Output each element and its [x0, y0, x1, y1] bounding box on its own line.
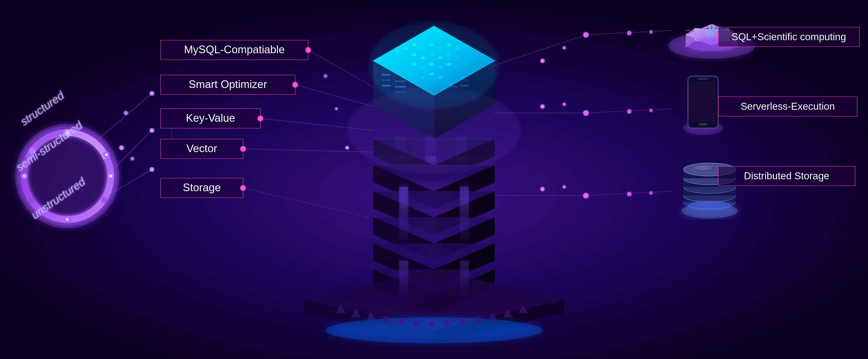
svg-rect-170	[705, 30, 707, 31]
svg-point-227	[563, 46, 566, 49]
svg-point-159	[627, 192, 631, 196]
svg-point-160	[649, 191, 653, 195]
label-distributed-text: Distributed Storage	[744, 170, 829, 182]
svg-rect-171	[709, 29, 711, 30]
svg-point-229	[563, 103, 566, 106]
svg-point-216	[688, 201, 731, 210]
svg-point-158	[583, 193, 589, 198]
svg-rect-176	[714, 30, 716, 32]
svg-point-224	[335, 107, 338, 110]
svg-point-149	[627, 31, 631, 35]
svg-point-27	[23, 174, 26, 177]
svg-point-215	[694, 166, 712, 170]
label-mysql-text: MySQL-Compatiable	[184, 44, 285, 56]
svg-point-22	[101, 197, 107, 203]
svg-point-19	[105, 153, 108, 156]
svg-rect-172	[712, 28, 714, 30]
svg-point-220	[119, 146, 124, 150]
svg-point-25	[29, 197, 34, 203]
svg-point-226	[540, 59, 545, 63]
svg-point-230	[540, 187, 545, 191]
svg-point-154	[627, 109, 631, 114]
svg-rect-190	[690, 82, 716, 122]
svg-point-233	[369, 22, 499, 109]
main-diagram: structured semi-structured unstructured …	[0, 0, 868, 359]
svg-rect-195	[699, 123, 707, 125]
svg-rect-178	[712, 33, 714, 35]
svg-point-221	[131, 157, 134, 160]
svg-point-150	[649, 30, 653, 34]
svg-rect-138	[460, 187, 469, 252]
svg-rect-179	[709, 36, 712, 38]
label-keyvalue-text: Key-Value	[186, 112, 235, 124]
svg-point-123	[326, 317, 542, 343]
svg-point-228	[540, 105, 545, 108]
svg-point-30	[150, 91, 154, 95]
svg-rect-173	[716, 29, 718, 31]
svg-rect-174	[706, 32, 709, 34]
svg-point-153	[583, 110, 589, 116]
svg-rect-194	[698, 78, 709, 80]
label-serverless-text: Serverless-Execution	[741, 101, 835, 112]
label-storage-text: Storage	[183, 182, 221, 194]
label-optimizer-text: Smart Optimizer	[189, 78, 267, 90]
svg-point-222	[124, 111, 128, 115]
svg-rect-137	[399, 187, 408, 252]
svg-point-32	[150, 128, 154, 133]
svg-point-24	[66, 218, 69, 221]
svg-point-223	[324, 74, 327, 78]
label-vector-text: Vector	[186, 142, 217, 155]
svg-point-231	[563, 185, 566, 188]
svg-point-34	[150, 167, 154, 172]
svg-point-225	[346, 146, 349, 149]
svg-rect-175	[710, 31, 712, 33]
svg-rect-139	[399, 261, 408, 304]
svg-point-155	[649, 109, 653, 112]
label-sql-science-text: SQL+Scientific computing	[732, 31, 846, 43]
svg-rect-177	[708, 34, 710, 36]
svg-point-21	[109, 174, 112, 177]
svg-rect-140	[460, 261, 469, 304]
svg-point-148	[583, 32, 589, 37]
